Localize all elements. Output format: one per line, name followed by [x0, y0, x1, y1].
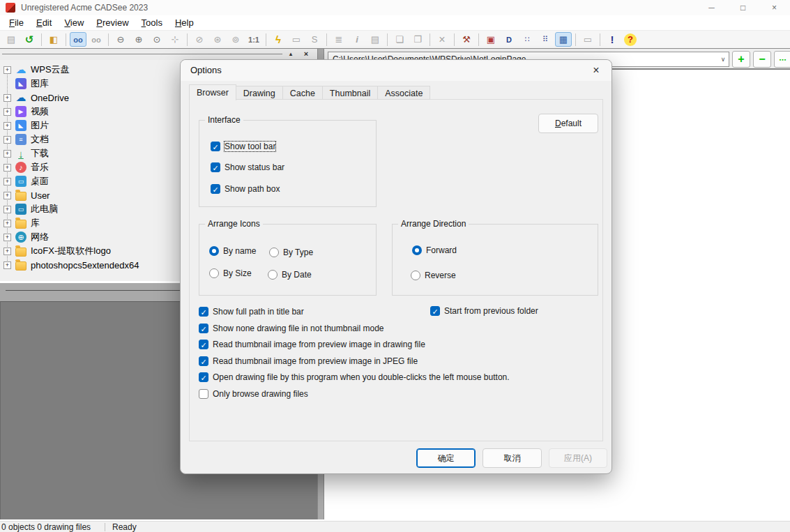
open-folder-icon[interactable]: ▤: [3, 32, 20, 47]
layout-panels-icon[interactable]: ◧: [45, 32, 62, 47]
radio-by-size[interactable]: By Size: [209, 268, 252, 278]
group-label: Interface: [205, 115, 243, 125]
panel-gripper[interactable]: [2, 54, 282, 54]
checkbox-thumb-from-drawing[interactable]: Read thumbnail image from preview image …: [199, 340, 425, 349]
expand-icon[interactable]: +: [3, 150, 11, 158]
radio-forward[interactable]: Forward: [412, 245, 457, 255]
zoom-selected-icon[interactable]: ⊚: [227, 32, 244, 47]
expand-icon[interactable]: +: [3, 220, 11, 227]
thumbnail-view-icon[interactable]: ▣: [483, 32, 499, 47]
quick-render-icon[interactable]: ϟ: [270, 32, 287, 47]
radio-circle: [411, 271, 420, 280]
tree-item-label: User: [31, 190, 50, 201]
menu-file[interactable]: File: [3, 17, 30, 28]
layers-icon[interactable]: ≣: [331, 32, 347, 47]
expand-icon[interactable]: +: [3, 234, 11, 241]
expand-icon[interactable]: +: [3, 66, 11, 74]
expand-icon[interactable]: +: [3, 192, 11, 199]
measure-icon[interactable]: ▭: [288, 32, 305, 47]
help-icon[interactable]: ?: [624, 33, 637, 46]
checkbox-thumb-from-jpeg[interactable]: Read thumbnail image from preview image …: [199, 356, 418, 366]
checkbox-show-none-drawing[interactable]: Show none drawing file in not thumbnail …: [199, 324, 383, 333]
tab-drawing[interactable]: Drawing: [236, 86, 283, 100]
radio-by-date[interactable]: By Date: [268, 270, 312, 280]
checkbox-start-prev-folder[interactable]: Start from previous folder: [430, 306, 538, 316]
minimize-button[interactable]: ─: [696, 0, 727, 15]
tab-page-browser: Default Interface Show tool bar Show sta…: [189, 99, 603, 441]
zoom-in-icon[interactable]: ⊕: [130, 32, 147, 47]
expand-icon[interactable]: +: [3, 136, 11, 144]
paste-icon[interactable]: ❐: [409, 32, 426, 47]
checkbox-show-path-box[interactable]: Show path box: [211, 184, 280, 194]
cancel-button[interactable]: 取消: [483, 448, 542, 468]
file-info-icon[interactable]: i: [349, 32, 365, 47]
list-view-icon[interactable]: ∷: [519, 32, 535, 47]
panel-collapse-button[interactable]: ▴: [285, 50, 296, 59]
maximize-button[interactable]: □: [727, 0, 759, 15]
menu-item-key: H: [175, 17, 181, 28]
app-logo-icon: [6, 3, 15, 13]
separator: [326, 33, 327, 46]
pan-icon[interactable]: ⊹: [167, 32, 183, 47]
separator: [387, 33, 388, 46]
copy-icon[interactable]: ❏: [391, 32, 408, 47]
radio-circle: [209, 268, 219, 278]
remove-path-button[interactable]: −: [753, 51, 771, 68]
expand-icon[interactable]: +: [3, 206, 11, 213]
preview-view-icon[interactable]: D: [501, 32, 517, 47]
rename-icon[interactable]: ▭: [579, 32, 596, 47]
menu-preview[interactable]: Preview: [90, 17, 135, 28]
checkbox-show-status-bar[interactable]: Show status bar: [211, 162, 284, 172]
ok-button[interactable]: 确定: [416, 448, 476, 468]
menu-tools[interactable]: Tools: [135, 17, 169, 28]
dialog-close-button[interactable]: ×: [588, 62, 605, 79]
browse-small-icon[interactable]: oo: [88, 32, 105, 47]
zoom-out-icon[interactable]: ⊖: [112, 32, 129, 47]
expand-icon[interactable]: +: [3, 248, 11, 255]
menu-edit[interactable]: Edit: [30, 17, 58, 28]
menu-view[interactable]: View: [58, 17, 90, 28]
expand-icon[interactable]: +: [3, 164, 11, 172]
menu-item-key: F: [9, 17, 15, 28]
delete-icon[interactable]: ×: [434, 32, 450, 47]
checkbox-show-tool-bar[interactable]: Show tool bar: [211, 142, 275, 151]
shx-text-icon[interactable]: S: [306, 32, 323, 47]
add-path-button[interactable]: +: [732, 51, 750, 68]
radio-by-name[interactable]: By name: [209, 246, 256, 256]
panel-close-button[interactable]: ×: [301, 50, 312, 59]
tab-cache[interactable]: Cache: [283, 86, 323, 100]
report-view-icon[interactable]: ⠿: [537, 32, 554, 47]
browse-path-button[interactable]: ▪▪▪: [774, 51, 790, 68]
expand-icon[interactable]: +: [3, 178, 11, 185]
browse-large-icon[interactable]: oo: [70, 32, 86, 47]
checkbox-open-on-dblclick[interactable]: Open drawing file by this program when y…: [199, 372, 510, 382]
radio-by-type[interactable]: By Type: [269, 248, 313, 257]
details-view-icon[interactable]: ▦: [555, 32, 572, 47]
checkbox-only-browse-drawing[interactable]: Only browse drawing files: [199, 389, 308, 399]
tab-associate[interactable]: Associate: [378, 86, 430, 100]
chevron-down-icon[interactable]: ∨: [717, 56, 729, 63]
expand-icon[interactable]: +: [3, 108, 11, 116]
actual-size-icon[interactable]: 1:1: [245, 32, 262, 47]
tab-browser[interactable]: Browser: [189, 84, 236, 100]
apply-button[interactable]: 应用(A): [549, 448, 607, 468]
refresh-icon[interactable]: ↺: [21, 32, 38, 47]
checkbox-full-path-title[interactable]: Show full path in title bar: [199, 307, 304, 317]
about-icon[interactable]: !: [604, 32, 621, 47]
file-spec-icon[interactable]: ▤: [367, 32, 383, 47]
options-tools-icon[interactable]: ⚒: [458, 32, 475, 47]
zoom-window-icon[interactable]: ⊙: [149, 32, 165, 47]
menu-help[interactable]: Help: [169, 17, 200, 28]
expand-icon[interactable]: +: [3, 122, 11, 130]
downloads-icon: ↓: [15, 148, 26, 159]
tab-thumbnail[interactable]: Thumbnail: [323, 86, 378, 100]
default-button[interactable]: Default: [538, 114, 598, 133]
expand-icon[interactable]: +: [3, 94, 11, 102]
zoom-previous-icon[interactable]: ⊘: [191, 32, 208, 47]
zoom-extents-icon[interactable]: ⊛: [209, 32, 226, 47]
expand-icon[interactable]: +: [3, 261, 11, 269]
title-bar: Unregistered Acme CADSee 2023 ─ □ ×: [0, 0, 790, 15]
close-button[interactable]: ×: [759, 0, 790, 15]
arrange-direction-group: Arrange Direction Forward Reverse: [392, 224, 598, 296]
radio-reverse[interactable]: Reverse: [411, 271, 456, 280]
